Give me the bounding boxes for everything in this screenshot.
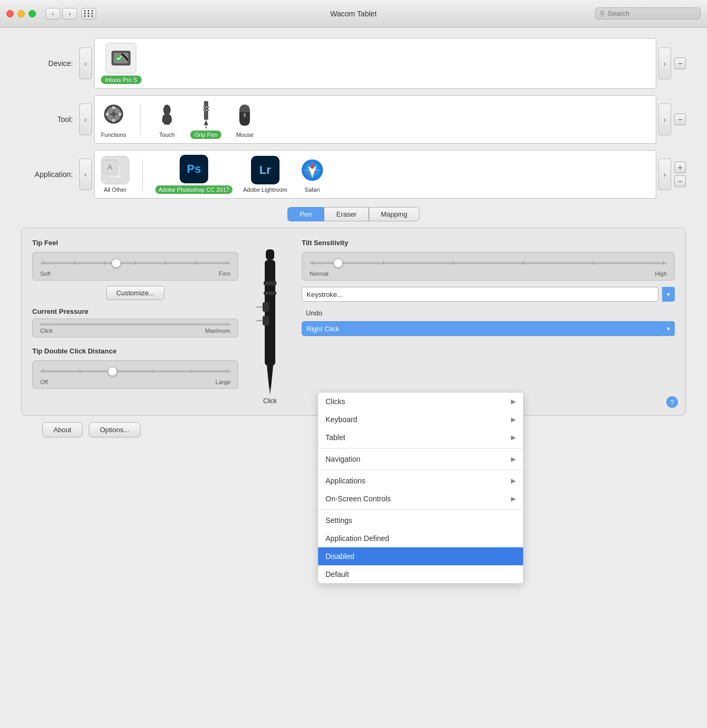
tilt-sensitivity-title: Tilt Sensitivity [302,239,675,247]
application-row: Application: ‹ A All Other Ps [21,150,686,199]
right-click-dropdown[interactable]: Right Click [302,321,663,336]
close-button[interactable] [6,10,14,17]
svg-rect-18 [203,106,209,108]
search-input[interactable] [608,10,692,17]
menu-item-onscreen[interactable]: On-Screen Controls ▶ [318,490,523,508]
right-click-dropdown-arrow[interactable]: ▼ [662,321,675,336]
device-next-button[interactable]: › [658,48,671,79]
minimize-button[interactable] [17,10,25,17]
tab-pen[interactable]: Pen [287,207,324,221]
tool-item-touch[interactable]: Touch [154,101,180,138]
menu-item-navigation[interactable]: Navigation ▶ [318,450,523,468]
tip-feel-ticks [43,262,227,265]
svg-rect-34 [264,292,276,295]
svg-point-13 [118,113,122,116]
svg-rect-32 [265,260,275,366]
current-pressure-title: Current Pressure [32,307,238,315]
svg-point-11 [112,119,115,122]
app-content: A All Other Ps Adobe Photoshop CC 2017 L… [94,150,656,199]
tip-feel-thumb[interactable] [111,258,121,268]
svg-rect-38 [263,316,269,325]
device-prev-button[interactable]: ‹ [79,48,92,79]
tip-dcd-ticks [43,370,227,373]
tab-eraser[interactable]: Eraser [324,207,368,221]
menu-item-default-label: Default [325,570,349,578]
touch-label: Touch [159,132,174,138]
panel-col-right: Tilt Sensitivity [302,239,675,405]
back-button[interactable]: ‹ [45,8,60,20]
device-icon [106,43,136,73]
menu-item-tablet-arrow: ▶ [511,434,516,441]
menu-item-settings[interactable]: Settings [318,511,523,529]
app-item-safari[interactable]: Safari [298,156,327,193]
tip-dcd-slider-track[interactable] [40,366,230,377]
menu-item-navigation-label: Navigation [325,455,360,463]
tip-feel-slider-track[interactable] [40,258,230,268]
menu-item-clicks-arrow: ▶ [511,398,516,405]
customize-button[interactable]: Customize... [106,286,164,300]
menu-item-disabled[interactable]: Disabled [318,547,523,565]
menu-item-applications[interactable]: Applications ▶ [318,472,523,490]
menu-item-tablet[interactable]: Tablet ▶ [318,428,523,446]
mouse-label: Mouse [236,132,254,138]
help-button[interactable]: ? [666,396,678,408]
tool-divider-1 [140,104,141,135]
grid-button[interactable] [81,8,96,20]
right-click-value: Right Click [306,325,339,333]
grip-pen-svg [200,100,212,128]
app-item-photoshop[interactable]: Ps Adobe Photoshop CC 2017 [155,155,232,194]
grid-icon [84,10,94,17]
tilt-thumb[interactable] [333,258,343,268]
svg-point-9 [111,112,116,116]
tab-mapping[interactable]: Mapping [369,207,420,221]
forward-button[interactable]: › [62,8,77,20]
menu-item-onscreen-label: On-Screen Controls [325,494,391,503]
svg-marker-36 [269,387,271,395]
maximize-button[interactable] [29,10,36,17]
menu-item-appdefined[interactable]: Application Defined [318,529,523,547]
app-prev-button[interactable]: ‹ [79,158,92,190]
app-plus-button[interactable]: + [674,162,686,173]
photoshop-icon: Ps [180,155,208,183]
allother-icon: A [101,156,129,184]
keystroke-dropdown-arrow[interactable]: ▼ [662,287,675,302]
svg-rect-19 [203,109,209,111]
grip-pen-label: Grip Pen [190,130,221,139]
svg-rect-33 [264,281,276,285]
menu-item-onscreen-arrow: ▶ [511,495,516,502]
main-content: Device: ‹ Intuos Pro S [0,27,707,454]
tool-item-functions[interactable]: Functions [101,101,126,138]
tip-dcd-slider-box: Off Large [32,360,238,389]
tilt-slider-track[interactable] [310,258,667,268]
tip-dcd-thumb[interactable] [108,367,117,376]
search-box[interactable]: ⚲ [595,7,701,20]
svg-marker-17 [206,125,207,128]
keystroke-dropdown-row: Keystroke... ▼ [302,287,675,302]
menu-item-default[interactable]: Default [318,565,523,583]
options-button[interactable]: Options... [89,422,141,437]
app-item-allother[interactable]: A All Other [101,156,129,193]
app-next-button[interactable]: › [658,158,671,190]
app-minus-button[interactable]: − [674,175,686,187]
device-minus-button[interactable]: − [674,58,686,69]
tool-next-button[interactable]: › [658,104,671,135]
menu-item-clicks[interactable]: Clicks ▶ [318,393,523,410]
tip-feel-slider-box: Soft Firm [32,252,238,281]
mouse-icon [232,101,257,129]
tool-item-mouse[interactable]: Mouse [232,101,257,138]
tool-prev-button[interactable]: ‹ [79,104,92,135]
tool-item-grip-pen[interactable]: Grip Pen [190,100,221,139]
touch-svg [160,104,174,127]
tabs-bar: Pen Eraser Mapping [21,207,686,221]
tip-feel-labels: Soft Firm [40,270,230,277]
about-button[interactable]: About [42,422,82,437]
safari-label: Safari [304,186,320,193]
menu-item-keyboard-arrow: ▶ [511,416,516,423]
tool-row: Tool: ‹ Func [21,95,686,144]
device-item[interactable]: Intuos Pro S [101,43,142,84]
tool-minus-button[interactable]: − [674,114,686,125]
keystroke-dropdown[interactable]: Keystroke... [302,287,658,302]
functions-icon [101,101,126,129]
menu-item-keyboard[interactable]: Keyboard ▶ [318,410,523,428]
app-item-lightroom[interactable]: Lr Adobe Lightroom [243,156,287,193]
